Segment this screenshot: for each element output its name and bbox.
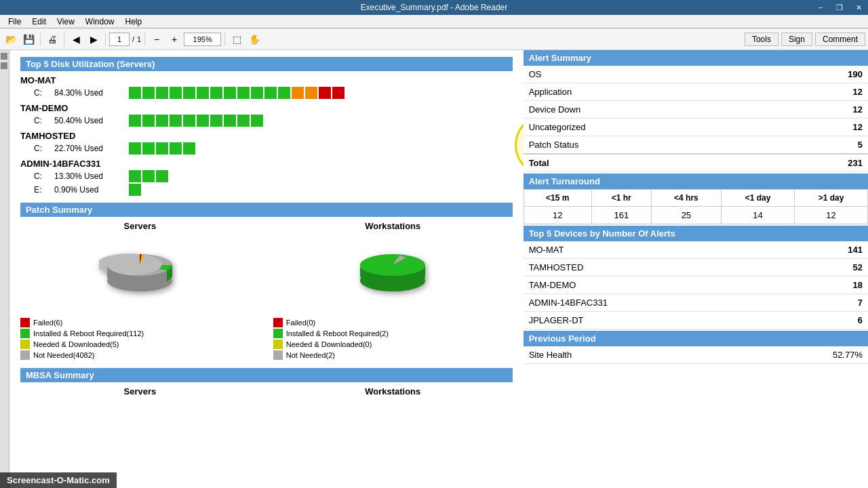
alert-devicedown-value: 12 bbox=[774, 101, 868, 119]
patch-workstations-col: Workstations bbox=[273, 221, 513, 361]
table-row: MO-MAT 141 bbox=[524, 241, 868, 259]
patch-columns: Servers bbox=[20, 221, 513, 361]
legend-notneeded-servers: Not Needed(4082) bbox=[20, 350, 260, 360]
sign-button[interactable]: Sign bbox=[781, 33, 812, 46]
table-row: Application 12 bbox=[524, 83, 868, 101]
sidebar-nav bbox=[0, 50, 9, 488]
site-health-label: Site Health bbox=[524, 346, 720, 364]
menu-file[interactable]: File bbox=[3, 16, 26, 27]
server-tam-demo: TAM-DEMO bbox=[20, 103, 513, 113]
table-row: Uncategorized 12 bbox=[524, 119, 868, 136]
disk-bar-tam-demo-c bbox=[129, 115, 263, 127]
comment-button[interactable]: Comment bbox=[815, 33, 865, 46]
restore-button[interactable]: ❐ bbox=[830, 0, 849, 15]
mbsa-workstations-title: Workstations bbox=[273, 386, 513, 396]
select-tool[interactable]: ⬚ bbox=[229, 31, 245, 47]
title-bar: Executive_Summary.pdf - Adobe Reader − ❐… bbox=[0, 0, 868, 15]
mbsa-servers-col: Servers bbox=[20, 386, 260, 402]
turnaround-val-15m: 12 bbox=[524, 207, 591, 224]
content-area: Top 5 Disk Utilization (Servers) MO-MAT … bbox=[0, 50, 868, 488]
servers-pie-chart bbox=[99, 237, 180, 311]
top5-tamhosted-label: TAMHOSTED bbox=[524, 259, 792, 277]
alert-summary-header: Alert Summary bbox=[524, 50, 868, 66]
open-button[interactable]: 📂 bbox=[3, 31, 19, 47]
page-number-input[interactable] bbox=[109, 33, 130, 46]
server-mo-mat: MO-MAT bbox=[20, 75, 513, 85]
patch-section-header: Patch Summary bbox=[20, 203, 513, 217]
alert-uncategorized-value: 12 bbox=[774, 119, 868, 136]
alert-patchstatus-label: Patch Status bbox=[524, 136, 774, 155]
disk-row-tam-demo-c: C: 50.40% Used bbox=[20, 115, 513, 127]
page-separator: / bbox=[132, 35, 134, 43]
zoom-in-button[interactable]: + bbox=[166, 31, 182, 47]
table-row: Total 231 bbox=[524, 154, 868, 172]
alert-os-value: 190 bbox=[774, 66, 868, 83]
disk-row-tamhosted-c: C: 22.70% Used bbox=[20, 142, 513, 155]
turnaround-values-row: 12 161 25 14 12 bbox=[524, 207, 867, 224]
menu-window[interactable]: Window bbox=[80, 16, 120, 27]
top5-admin-label: ADMIN-14BFAC331 bbox=[524, 294, 792, 312]
nav-bookmarks-icon[interactable] bbox=[1, 62, 7, 69]
turnaround-th-gt1day: >1 day bbox=[795, 190, 868, 207]
menu-help[interactable]: Help bbox=[120, 16, 148, 27]
workstations-pie-container bbox=[273, 237, 513, 311]
patch-section: Patch Summary Servers bbox=[20, 203, 513, 361]
table-row: ADMIN-14BFAC331 7 bbox=[524, 294, 868, 312]
table-row: Patch Status 5 bbox=[524, 136, 868, 155]
menu-edit[interactable]: Edit bbox=[26, 16, 52, 27]
legend-needed-ws: Needed & Downloaded(0) bbox=[273, 340, 513, 349]
alert-total-value: 231 bbox=[774, 154, 868, 172]
table-row: Device Down 12 bbox=[524, 101, 868, 119]
mbsa-columns: Servers Workstations bbox=[20, 386, 513, 402]
forward-button[interactable]: ▶ bbox=[85, 31, 102, 47]
legend-failed-ws: Failed(0) bbox=[273, 318, 513, 327]
highlight-overlay bbox=[515, 115, 524, 176]
legend-notneeded-ws: Not Needed(2) bbox=[273, 350, 513, 360]
nav-pages-icon[interactable] bbox=[1, 53, 7, 60]
page-total: 1 bbox=[137, 35, 141, 43]
top5-tamhosted-value: 52 bbox=[791, 259, 868, 277]
alert-uncategorized-label: Uncategorized bbox=[524, 119, 774, 136]
turnaround-th-4hrs: <4 hrs bbox=[651, 190, 721, 207]
site-health-value: 52.77% bbox=[719, 346, 868, 364]
servers-pie-container bbox=[20, 237, 260, 311]
disk-bar-tamhosted-c bbox=[129, 142, 195, 155]
disk-bar-admin-e bbox=[129, 184, 141, 196]
patch-servers-title: Servers bbox=[20, 221, 260, 231]
back-button[interactable]: ◀ bbox=[68, 31, 84, 47]
close-button[interactable]: ✕ bbox=[849, 0, 868, 15]
save-button[interactable]: 💾 bbox=[20, 31, 37, 47]
top5-header: Top 5 Devices by Number Of Alerts bbox=[524, 226, 868, 241]
top5-table: MO-MAT 141 TAMHOSTED 52 TAM-DEMO 18 ADMI… bbox=[524, 241, 868, 329]
minimize-button[interactable]: − bbox=[811, 0, 830, 15]
zoom-out-button[interactable]: − bbox=[149, 31, 165, 47]
tools-button[interactable]: Tools bbox=[745, 33, 778, 46]
toolbar: 📂 💾 🖨 ◀ ▶ / 1 − + ⬚ ✋ Tools Sign Comment bbox=[0, 28, 868, 50]
top5-tamdemo-value: 18 bbox=[791, 277, 868, 294]
window-title: Executive_Summary.pdf - Adobe Reader bbox=[361, 3, 508, 12]
turnaround-th-15m: <15 m bbox=[524, 190, 591, 207]
disk-section-header: Top 5 Disk Utilization (Servers) bbox=[20, 57, 513, 71]
legend-reboot-servers: Installed & Reboot Required(112) bbox=[20, 329, 260, 338]
window-controls[interactable]: − ❐ ✕ bbox=[811, 0, 868, 15]
disk-row-mo-mat-c: C: 84.30% Used bbox=[20, 87, 513, 99]
turnaround-val-1hr: 161 bbox=[591, 207, 651, 224]
turnaround-th-1day: <1 day bbox=[722, 190, 795, 207]
hand-tool[interactable]: ✋ bbox=[246, 31, 262, 47]
right-panel: Alert Summary OS 190 Application 12 Devi… bbox=[524, 50, 868, 488]
zoom-input[interactable] bbox=[184, 33, 221, 46]
mbsa-servers-title: Servers bbox=[20, 386, 260, 396]
top5-admin-value: 7 bbox=[791, 294, 868, 312]
turnaround-table: <15 m <1 hr <4 hrs <1 day >1 day 12 161 … bbox=[524, 189, 868, 224]
print-button[interactable]: 🖨 bbox=[44, 31, 60, 47]
legend-needed-servers: Needed & Downloaded(5) bbox=[20, 340, 260, 349]
top5-momat-label: MO-MAT bbox=[524, 241, 792, 259]
table-row: TAM-DEMO 18 bbox=[524, 277, 868, 294]
turnaround-val-4hrs: 25 bbox=[651, 207, 721, 224]
alert-patchstatus-value: 5 bbox=[774, 136, 868, 155]
turnaround-header-row: <15 m <1 hr <4 hrs <1 day >1 day bbox=[524, 190, 867, 207]
disk-bar-admin-c bbox=[129, 170, 168, 182]
disk-bar-mo-mat-c bbox=[129, 87, 344, 99]
menu-view[interactable]: View bbox=[52, 16, 80, 27]
turnaround-val-gt1day: 12 bbox=[795, 207, 868, 224]
